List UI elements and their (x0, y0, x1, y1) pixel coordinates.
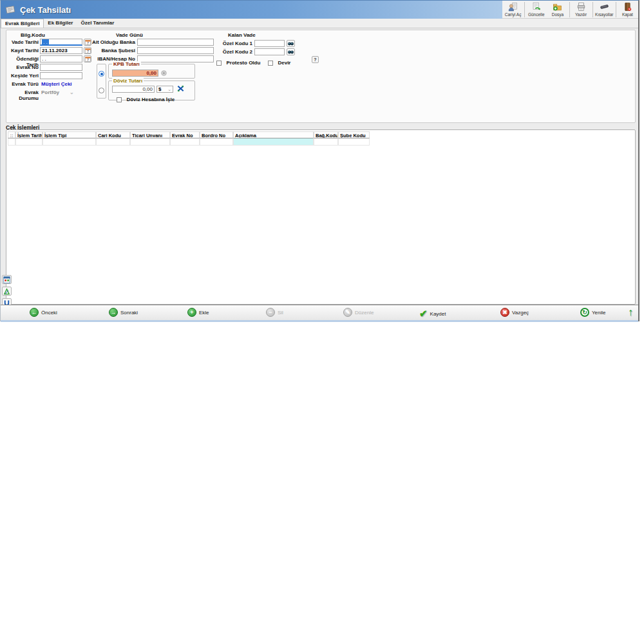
vade-tarihi-value: . . (42, 39, 49, 45)
column-header-evrak-no[interactable]: Evrak No (170, 131, 200, 138)
iban-hesap-no-input[interactable] (137, 55, 214, 62)
cariyi-ac-button[interactable]: Cariyi Aç (502, 1, 524, 18)
keside-yeri-input[interactable] (40, 72, 82, 79)
evrak-durumu-combobox[interactable]: Portföy ⌄ (41, 88, 82, 96)
currency-select[interactable]: $ ⌄ (156, 86, 173, 93)
bottom-toolbar: ← Önceki → Sonraki + Ekle − Sil ✎ Düzenl… (1, 305, 638, 320)
kisayollar-label: Kısayollar (595, 12, 614, 17)
window-bottom-edge (1, 320, 638, 322)
top-toolbar: Cariyi Aç Güncelle Dosya (502, 1, 638, 19)
help-button[interactable]: ? (312, 56, 319, 63)
kpb-tutari-group: KPB Tutarı 0,00 (108, 64, 195, 79)
section-header-vade-gunu: Vade Günü (116, 32, 143, 38)
kaydet-button[interactable]: ✔ Kaydet (419, 308, 446, 319)
kpb-tutari-input[interactable]: 0,00 (112, 70, 158, 77)
doviz-tutari-label: Döviz Tutarı (112, 78, 144, 84)
binoculars-lookup-icon (287, 41, 294, 46)
grid-empty-row[interactable] (8, 138, 370, 146)
grid-cell[interactable] (15, 138, 43, 146)
ozel-kodu-2-lookup-button[interactable] (287, 48, 295, 55)
column-header-bag-kodu[interactable]: Bağ.Kodu (314, 131, 338, 138)
keside-yeri-label: Keşide Yeri (6, 73, 39, 79)
evrak-bilgileri-panel: Bilg.Kodu Vade Günü Kalan Vade Vade Tari… (6, 30, 636, 123)
column-header-aciklama[interactable]: Açıklama (233, 131, 314, 138)
side-analysis-button[interactable] (2, 287, 12, 296)
close-book-icon (623, 2, 632, 12)
grid-cell[interactable] (314, 138, 338, 146)
kisayollar-button[interactable]: Kısayollar (594, 1, 615, 18)
doviz-tutari-input[interactable]: 0,00 (112, 86, 155, 93)
ozel-kodu-2-input[interactable] (254, 48, 285, 55)
kapat-button[interactable]: Kapat (617, 1, 638, 18)
toolbar-separator (616, 2, 616, 17)
column-header-sube-kodu[interactable]: Şube Kodu (338, 131, 370, 138)
kaydet-label: Kaydet (430, 311, 446, 317)
evrak-no-input[interactable] (40, 64, 82, 71)
tab-ek-bilgiler[interactable]: Ek Bilgiler (44, 19, 77, 28)
ekle-button[interactable]: + Ekle (187, 308, 209, 317)
column-header-cari-kodu[interactable]: Cari Kodu (96, 131, 130, 138)
column-header-ticari-unvani[interactable]: Ticari Unvanı (130, 131, 170, 138)
grid-cell[interactable] (96, 138, 130, 146)
title-bar: Çek Tahsilatı (1, 1, 502, 19)
column-header-bordro-no[interactable]: Bordro No (200, 131, 233, 138)
ekle-label: Ekle (199, 310, 209, 316)
side-grid-view-button[interactable] (2, 275, 12, 284)
grid-cell[interactable] (170, 138, 200, 146)
grid-cell[interactable] (130, 138, 170, 146)
window-grid-icon (3, 276, 10, 283)
dosya-button[interactable]: Dosya (547, 1, 568, 18)
sil-button[interactable]: − Sil (266, 308, 283, 317)
sonraki-label: Sonraki (120, 310, 138, 316)
kayit-tarihi-label: Kayıt Tarihi (6, 48, 39, 53)
plus-circle-icon: + (187, 308, 196, 317)
kayit-tarihi-value: 21.11.2023 (42, 48, 68, 53)
side-toolbar (2, 275, 12, 307)
duzenle-label: Düzenle (355, 310, 374, 316)
grid-cell[interactable] (43, 138, 96, 146)
printer-icon (576, 2, 586, 12)
doviz-amount-radio[interactable] (99, 88, 104, 93)
yazdir-button[interactable]: Yazdır (571, 1, 592, 18)
guncelle-button[interactable]: Güncelle (526, 1, 547, 18)
evrak-durumu-label: Evrak Durumu (6, 90, 39, 101)
refresh-circle-icon: ↻ (580, 308, 589, 317)
ozel-kodu-1-lookup-button[interactable] (287, 40, 295, 47)
vazgec-button[interactable]: ✖ Vazgeç (500, 308, 529, 317)
devir-checkbox[interactable] (268, 61, 273, 66)
grid-grip-header[interactable]: :: (8, 131, 15, 138)
currency-value: $ (158, 86, 161, 92)
ozel-kodu-1-input[interactable] (254, 40, 285, 47)
ozel-kodu-1-label: Özel Kodu 1 (196, 41, 252, 46)
up-arrow-icon[interactable]: ↑ (628, 307, 633, 318)
sonraki-button[interactable]: → Sonraki (109, 308, 138, 317)
yenile-button[interactable]: ↻ Yenile (580, 308, 606, 317)
ozel-kodu-2-label: Özel Kodu 2 (196, 49, 252, 55)
vazgec-label: Vazgeç (512, 310, 529, 316)
tab-bar: Evrak Bilgileri Ek Bilgiler Özel Tanımla… (1, 19, 638, 28)
grid-cell[interactable] (338, 138, 370, 146)
evrak-turu-label: Evrak Türü (6, 81, 39, 87)
grid-cell[interactable] (8, 138, 15, 146)
protesto-oldu-row: Protesto Oldu (216, 57, 260, 68)
tab-evrak-bilgileri[interactable]: Evrak Bilgileri (1, 19, 44, 28)
column-header-islem-tipi[interactable]: İşlem Tipi (43, 131, 96, 138)
section-header-kalan-vade: Kalan Vade (228, 32, 256, 38)
calculator-icon[interactable] (161, 70, 167, 76)
kpb-amount-radio[interactable] (99, 71, 104, 77)
protesto-oldu-label: Protesto Oldu (226, 60, 260, 66)
cek-islemleri-grid[interactable]: :: İşlem Tarihi İşlem Tipi Cari Kodu Tic… (6, 129, 636, 305)
document-refresh-icon (531, 2, 541, 12)
currency-exchange-icon[interactable] (176, 85, 185, 92)
grid-cell-aciklama-selected[interactable] (233, 138, 314, 146)
column-header-islem-tarihi[interactable]: İşlem Tarihi (15, 131, 43, 138)
doviz-hesabina-isle-label: Döviz Hesabına İşle (126, 97, 175, 102)
shortcuts-icon (600, 2, 609, 12)
grid-cell[interactable] (200, 138, 233, 146)
onceki-button[interactable]: ← Önceki (30, 308, 57, 317)
tab-ozel-tanimlar[interactable]: Özel Tanımlar (77, 19, 118, 28)
vade-tarihi-label: Vade Tarihi (6, 39, 39, 45)
duzenle-button[interactable]: ✎ Düzenle (343, 308, 374, 317)
doviz-hesabina-isle-checkbox[interactable] (117, 97, 122, 102)
protesto-oldu-checkbox[interactable] (216, 61, 222, 66)
